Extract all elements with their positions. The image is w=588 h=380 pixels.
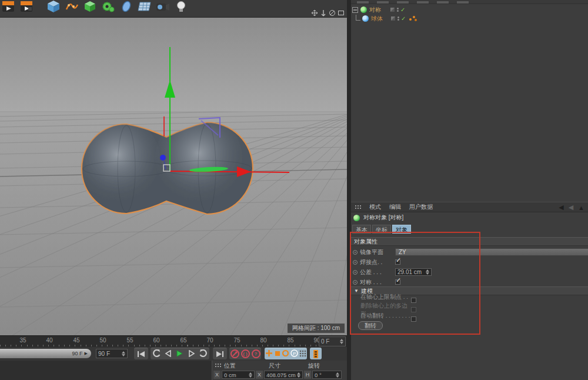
record-keyframes-button[interactable] <box>230 349 239 358</box>
tab-object[interactable]: 对象 <box>392 225 411 234</box>
goto-end-button[interactable] <box>213 348 227 359</box>
sphere-object-icon[interactable] <box>362 15 369 22</box>
camera-icon[interactable] <box>156 0 170 13</box>
point-level-animation-icon[interactable] <box>299 350 306 358</box>
spline-pen-icon[interactable] <box>65 0 79 13</box>
check-icon: ✓ <box>396 256 401 264</box>
stepper-icon[interactable] <box>340 339 343 344</box>
tolerance-field[interactable]: 29.01 cm <box>395 268 432 276</box>
grid-spacing-label: 网格间距 : 100 cm <box>287 323 345 334</box>
next-frame-button[interactable] <box>188 350 195 358</box>
autokeying-button[interactable]: ( ) <box>241 349 250 358</box>
stepper-icon[interactable] <box>426 269 429 275</box>
enable-check-icon[interactable]: ✓ <box>400 6 405 13</box>
param-label: 公差 <box>360 269 372 275</box>
render-settings-icon[interactable] <box>19 0 34 13</box>
tab-coord[interactable]: 坐标 <box>372 225 391 234</box>
auto-flip-checkbox[interactable] <box>411 316 416 322</box>
object-row-sphere[interactable]: 球体 ✓ <box>356 14 417 23</box>
keyframe-palette-button[interactable] <box>310 348 322 359</box>
light-icon[interactable] <box>174 0 188 13</box>
keyframe-circle-icon[interactable] <box>353 270 358 275</box>
mirror-plane-dropdown[interactable]: ZY <box>395 248 588 256</box>
scale-toggle-icon[interactable] <box>274 350 281 358</box>
editor-visibility-toggle[interactable] <box>390 8 395 12</box>
object-name[interactable]: 对称 <box>369 6 381 14</box>
history-back-icon[interactable]: ◀ <box>559 204 563 211</box>
panel-up-icon[interactable]: ▲ <box>578 204 584 211</box>
panel-grip-icon[interactable] <box>215 363 221 368</box>
phong-tag-icon[interactable] <box>409 15 417 22</box>
flip-button-label: 翻转 <box>365 322 376 330</box>
position-toggle-icon[interactable] <box>265 349 273 358</box>
object-name[interactable]: 球体 <box>371 15 383 23</box>
keyframe-circle-icon[interactable] <box>353 280 358 285</box>
object-row-symmetry[interactable]: 对称 ✓ <box>352 5 405 14</box>
delete-polygons-checkbox[interactable] <box>411 307 416 312</box>
tolerance-value: 29.01 cm <box>397 269 423 275</box>
editor-visibility-toggle[interactable] <box>391 16 395 21</box>
rotation-toggle-icon[interactable] <box>282 349 289 358</box>
flip-button[interactable]: 翻转 <box>358 321 383 330</box>
stepper-icon[interactable] <box>336 372 339 378</box>
next-key-button[interactable] <box>199 349 208 359</box>
toolbar-separator <box>38 0 42 13</box>
visibility-dots[interactable] <box>397 8 399 12</box>
ruler-tick: 85 <box>284 337 297 344</box>
rotation-h-field[interactable]: 0 ° <box>312 371 342 379</box>
play-button[interactable] <box>176 350 183 358</box>
animation-transport-bar: 90 F ▶ 90 F ( ) ? P <box>0 347 347 361</box>
stepper-icon[interactable] <box>297 372 300 378</box>
3d-viewport[interactable]: 网格间距 : 100 cm <box>0 18 347 335</box>
parameter-toggle-icon[interactable]: P <box>290 349 298 358</box>
param-label: 焊接点 <box>360 259 377 265</box>
stepper-icon[interactable] <box>249 372 252 378</box>
collapse-arrow-icon[interactable]: ▼ <box>354 288 359 294</box>
svg-text:P: P <box>293 351 296 356</box>
goto-start-button[interactable] <box>134 348 148 359</box>
ruler-tick: 80 <box>257 337 270 344</box>
current-frame-field[interactable]: 90 F <box>96 349 128 358</box>
symmetry-object-icon[interactable] <box>360 6 367 13</box>
position-x-field[interactable]: 0 cm <box>222 371 255 379</box>
deformer-bend-icon[interactable] <box>119 0 133 13</box>
tab-basic[interactable]: 基本 <box>352 225 371 234</box>
menu-user-data[interactable]: 用户数据 <box>409 203 433 211</box>
keyframe-question-button[interactable]: ? <box>252 349 260 358</box>
maximize-view-icon[interactable] <box>337 9 345 16</box>
history-forward-icon[interactable]: ◀ <box>569 204 573 211</box>
generator-cube-icon[interactable] <box>83 0 97 13</box>
enable-check-icon[interactable]: ✓ <box>401 15 406 22</box>
param-label: 在轴心上限制点 <box>360 294 402 300</box>
weld-points-checkbox[interactable]: ✓ <box>395 259 400 265</box>
keyframe-circle-icon[interactable] <box>353 260 358 265</box>
size-x-field[interactable]: 408.075 cm <box>264 371 303 379</box>
previous-key-button[interactable] <box>152 349 161 359</box>
menu-edit[interactable]: 编辑 <box>389 203 401 211</box>
weld-points-row: 焊接点. . ✓ <box>353 258 400 266</box>
symmetry-checkbox[interactable]: ✓ <box>395 279 400 285</box>
subdivision-gears-icon[interactable] <box>101 0 115 13</box>
panel-grip-icon[interactable] <box>355 205 361 210</box>
menu-mode[interactable]: 模式 <box>369 203 381 211</box>
position-header: 位置 <box>224 362 236 370</box>
end-frame-field[interactable]: 0 F <box>319 336 346 346</box>
timeline-ruler[interactable]: 35 40 45 50 55 60 65 70 75 80 85 90 0 F <box>0 335 347 347</box>
clamp-points-checkbox[interactable] <box>411 298 416 303</box>
pan-icon[interactable] <box>310 9 318 16</box>
visibility-dots[interactable] <box>397 16 399 21</box>
object-properties-header[interactable]: 对象属性 <box>351 237 588 246</box>
expander-icon[interactable] <box>352 7 358 13</box>
cube-primitive-icon[interactable] <box>46 0 61 13</box>
render-view-icon[interactable] <box>1 0 15 13</box>
stepper-icon[interactable] <box>122 351 125 356</box>
timeline-range-slider[interactable]: 90 F ▶ <box>0 349 91 358</box>
rotate-icon[interactable] <box>328 9 336 16</box>
keyframe-circle-icon[interactable] <box>353 250 358 255</box>
panel-divider[interactable] <box>347 0 351 380</box>
array-grid-icon[interactable] <box>138 0 152 13</box>
previous-frame-button[interactable] <box>165 350 172 358</box>
object-manager-menubar[interactable] <box>351 0 588 4</box>
size-header: 尺寸 <box>269 362 280 370</box>
zoom-icon[interactable] <box>319 9 327 16</box>
